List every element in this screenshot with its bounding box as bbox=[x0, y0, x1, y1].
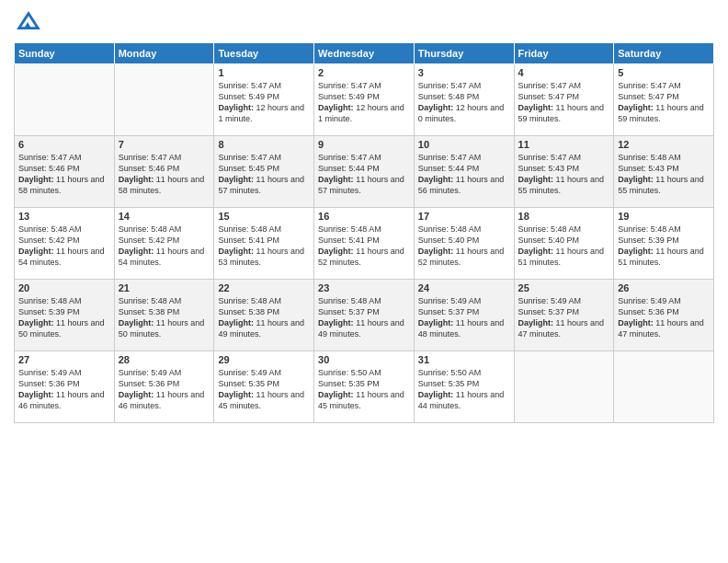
day-number: 5 bbox=[618, 67, 710, 78]
cell-content: Sunrise: 5:47 AMSunset: 5:44 PMDaylight:… bbox=[418, 152, 510, 197]
day-number: 13 bbox=[18, 211, 110, 222]
day-number: 1 bbox=[218, 67, 310, 78]
calendar-cell: 5Sunrise: 5:47 AMSunset: 5:47 PMDaylight… bbox=[614, 64, 714, 136]
day-number: 12 bbox=[618, 139, 710, 150]
cell-content: Sunrise: 5:50 AMSunset: 5:35 PMDaylight:… bbox=[318, 367, 410, 412]
calendar-week-row: 20Sunrise: 5:48 AMSunset: 5:39 PMDayligh… bbox=[15, 280, 714, 351]
calendar-cell: 24Sunrise: 5:49 AMSunset: 5:37 PMDayligh… bbox=[414, 280, 514, 351]
day-number: 9 bbox=[318, 139, 410, 150]
calendar-cell: 7Sunrise: 5:47 AMSunset: 5:46 PMDaylight… bbox=[114, 136, 214, 208]
calendar-cell: 29Sunrise: 5:49 AMSunset: 5:35 PMDayligh… bbox=[214, 351, 314, 423]
day-number: 27 bbox=[18, 354, 110, 365]
day-number: 28 bbox=[119, 354, 210, 365]
cell-content: Sunrise: 5:47 AMSunset: 5:46 PMDaylight:… bbox=[18, 152, 110, 197]
calendar-cell: 2Sunrise: 5:47 AMSunset: 5:49 PMDaylight… bbox=[314, 64, 415, 136]
calendar-cell: 26Sunrise: 5:49 AMSunset: 5:36 PMDayligh… bbox=[614, 280, 714, 351]
calendar-cell: 11Sunrise: 5:47 AMSunset: 5:43 PMDayligh… bbox=[514, 136, 614, 208]
cell-content: Sunrise: 5:48 AMSunset: 5:40 PMDaylight:… bbox=[418, 224, 510, 269]
header bbox=[14, 9, 714, 35]
calendar-cell: 25Sunrise: 5:49 AMSunset: 5:37 PMDayligh… bbox=[514, 280, 614, 351]
calendar-header-cell: Tuesday bbox=[214, 43, 314, 64]
logo bbox=[14, 9, 41, 35]
cell-content: Sunrise: 5:49 AMSunset: 5:36 PMDaylight:… bbox=[618, 295, 710, 340]
calendar-week-row: 6Sunrise: 5:47 AMSunset: 5:46 PMDaylight… bbox=[15, 136, 714, 208]
cell-content: Sunrise: 5:48 AMSunset: 5:40 PMDaylight:… bbox=[518, 224, 610, 269]
calendar-cell: 21Sunrise: 5:48 AMSunset: 5:38 PMDayligh… bbox=[114, 280, 214, 351]
svg-marker-1 bbox=[24, 22, 30, 29]
calendar-week-row: 13Sunrise: 5:48 AMSunset: 5:42 PMDayligh… bbox=[15, 208, 714, 280]
calendar-cell: 4Sunrise: 5:47 AMSunset: 5:47 PMDaylight… bbox=[514, 64, 614, 136]
day-number: 15 bbox=[218, 211, 310, 222]
day-number: 2 bbox=[318, 67, 410, 78]
day-number: 19 bbox=[618, 211, 710, 222]
cell-content: Sunrise: 5:48 AMSunset: 5:41 PMDaylight:… bbox=[218, 224, 310, 269]
calendar-header-cell: Saturday bbox=[614, 43, 714, 64]
calendar-header-cell: Wednesday bbox=[314, 43, 415, 64]
calendar-cell bbox=[15, 64, 115, 136]
cell-content: Sunrise: 5:47 AMSunset: 5:49 PMDaylight:… bbox=[218, 80, 310, 125]
day-number: 18 bbox=[518, 211, 610, 222]
day-number: 21 bbox=[119, 282, 210, 293]
calendar-cell: 27Sunrise: 5:49 AMSunset: 5:36 PMDayligh… bbox=[15, 351, 115, 423]
calendar-cell bbox=[514, 351, 614, 423]
cell-content: Sunrise: 5:47 AMSunset: 5:44 PMDaylight:… bbox=[318, 152, 410, 197]
calendar-cell: 1Sunrise: 5:47 AMSunset: 5:49 PMDaylight… bbox=[214, 64, 314, 136]
calendar-cell: 9Sunrise: 5:47 AMSunset: 5:44 PMDaylight… bbox=[314, 136, 415, 208]
cell-content: Sunrise: 5:49 AMSunset: 5:35 PMDaylight:… bbox=[218, 367, 310, 412]
calendar-cell bbox=[114, 64, 214, 136]
calendar-header-cell: Friday bbox=[514, 43, 614, 64]
calendar-cell: 15Sunrise: 5:48 AMSunset: 5:41 PMDayligh… bbox=[214, 208, 314, 280]
day-number: 30 bbox=[318, 354, 410, 365]
day-number: 10 bbox=[418, 139, 510, 150]
cell-content: Sunrise: 5:47 AMSunset: 5:48 PMDaylight:… bbox=[418, 80, 510, 125]
day-number: 26 bbox=[618, 282, 710, 293]
calendar-cell: 8Sunrise: 5:47 AMSunset: 5:45 PMDaylight… bbox=[214, 136, 314, 208]
cell-content: Sunrise: 5:49 AMSunset: 5:36 PMDaylight:… bbox=[119, 367, 210, 412]
cell-content: Sunrise: 5:48 AMSunset: 5:39 PMDaylight:… bbox=[18, 295, 110, 340]
calendar-week-row: 27Sunrise: 5:49 AMSunset: 5:36 PMDayligh… bbox=[15, 351, 714, 423]
day-number: 11 bbox=[518, 139, 610, 150]
calendar-cell: 17Sunrise: 5:48 AMSunset: 5:40 PMDayligh… bbox=[414, 208, 514, 280]
calendar-header-cell: Sunday bbox=[15, 43, 115, 64]
day-number: 22 bbox=[218, 282, 310, 293]
day-number: 24 bbox=[418, 282, 510, 293]
cell-content: Sunrise: 5:47 AMSunset: 5:47 PMDaylight:… bbox=[618, 80, 710, 125]
day-number: 8 bbox=[218, 139, 310, 150]
day-number: 25 bbox=[518, 282, 610, 293]
day-number: 29 bbox=[218, 354, 310, 365]
calendar-table: SundayMondayTuesdayWednesdayThursdayFrid… bbox=[14, 42, 714, 423]
day-number: 16 bbox=[318, 211, 410, 222]
calendar-week-row: 1Sunrise: 5:47 AMSunset: 5:49 PMDaylight… bbox=[15, 64, 714, 136]
day-number: 6 bbox=[18, 139, 110, 150]
cell-content: Sunrise: 5:48 AMSunset: 5:42 PMDaylight:… bbox=[119, 224, 210, 269]
calendar-cell: 3Sunrise: 5:47 AMSunset: 5:48 PMDaylight… bbox=[414, 64, 514, 136]
calendar-cell: 16Sunrise: 5:48 AMSunset: 5:41 PMDayligh… bbox=[314, 208, 415, 280]
cell-content: Sunrise: 5:48 AMSunset: 5:43 PMDaylight:… bbox=[618, 152, 710, 197]
cell-content: Sunrise: 5:50 AMSunset: 5:35 PMDaylight:… bbox=[418, 367, 510, 412]
day-number: 31 bbox=[418, 354, 510, 365]
cell-content: Sunrise: 5:49 AMSunset: 5:37 PMDaylight:… bbox=[418, 295, 510, 340]
calendar-cell: 18Sunrise: 5:48 AMSunset: 5:40 PMDayligh… bbox=[514, 208, 614, 280]
cell-content: Sunrise: 5:47 AMSunset: 5:43 PMDaylight:… bbox=[518, 152, 610, 197]
day-number: 3 bbox=[418, 67, 510, 78]
calendar-cell: 22Sunrise: 5:48 AMSunset: 5:38 PMDayligh… bbox=[214, 280, 314, 351]
cell-content: Sunrise: 5:48 AMSunset: 5:38 PMDaylight:… bbox=[218, 295, 310, 340]
calendar-body: 1Sunrise: 5:47 AMSunset: 5:49 PMDaylight… bbox=[15, 64, 714, 423]
calendar-cell: 20Sunrise: 5:48 AMSunset: 5:39 PMDayligh… bbox=[15, 280, 115, 351]
cell-content: Sunrise: 5:48 AMSunset: 5:39 PMDaylight:… bbox=[618, 224, 710, 269]
calendar-header-cell: Thursday bbox=[414, 43, 514, 64]
calendar-cell: 10Sunrise: 5:47 AMSunset: 5:44 PMDayligh… bbox=[414, 136, 514, 208]
day-number: 20 bbox=[18, 282, 110, 293]
day-number: 23 bbox=[318, 282, 410, 293]
cell-content: Sunrise: 5:47 AMSunset: 5:49 PMDaylight:… bbox=[318, 80, 410, 125]
calendar-cell: 23Sunrise: 5:48 AMSunset: 5:37 PMDayligh… bbox=[314, 280, 415, 351]
cell-content: Sunrise: 5:48 AMSunset: 5:37 PMDaylight:… bbox=[318, 295, 410, 340]
day-number: 7 bbox=[119, 139, 210, 150]
day-number: 17 bbox=[418, 211, 510, 222]
cell-content: Sunrise: 5:47 AMSunset: 5:47 PMDaylight:… bbox=[518, 80, 610, 125]
logo-icon bbox=[16, 9, 41, 35]
calendar-cell: 6Sunrise: 5:47 AMSunset: 5:46 PMDaylight… bbox=[15, 136, 115, 208]
calendar-header-row: SundayMondayTuesdayWednesdayThursdayFrid… bbox=[15, 43, 714, 64]
cell-content: Sunrise: 5:48 AMSunset: 5:41 PMDaylight:… bbox=[318, 224, 410, 269]
calendar-header-cell: Monday bbox=[114, 43, 214, 64]
